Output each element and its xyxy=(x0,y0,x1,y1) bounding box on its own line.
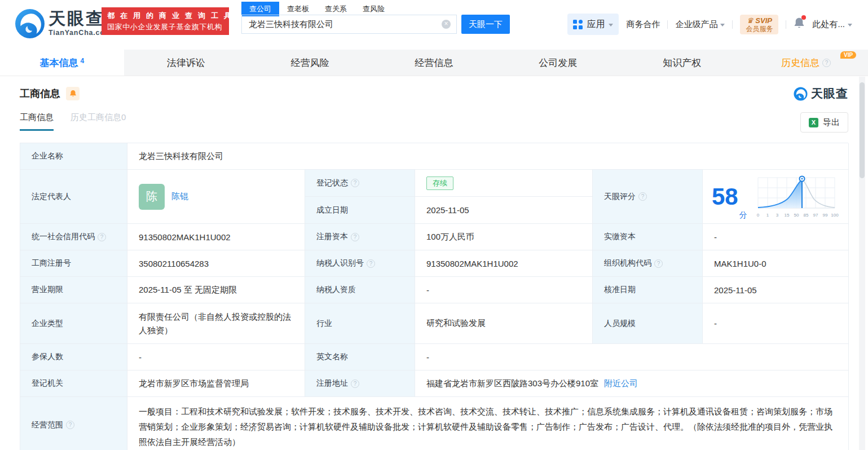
company-nav-tabs: 基本信息 4 法律诉讼 经营风险 经营信息 公司发展 知识产权 VIP 历史信息… xyxy=(0,50,868,76)
subscribe-bell-icon[interactable] xyxy=(66,87,80,100)
page: 天眼查 TianYanCha.com 都 在 用 的 商 业 查 询 工 具 国… xyxy=(0,0,868,450)
search-clear-icon[interactable]: × xyxy=(442,20,451,29)
field-label-company-name: 企业名称 xyxy=(20,143,127,170)
help-icon[interactable]: ? xyxy=(822,59,831,67)
field-value-insured-count: - xyxy=(127,344,305,370)
help-icon[interactable]: ? xyxy=(66,421,74,429)
chevron-down-icon xyxy=(609,24,613,27)
divider xyxy=(732,20,733,29)
score-curve xyxy=(754,174,839,213)
field-label-legal-rep: 法定代表人 xyxy=(20,170,127,224)
field-label-reg-capital: 注册资本? xyxy=(305,224,415,250)
help-icon[interactable]: ? xyxy=(98,233,106,241)
apps-grid-icon xyxy=(573,20,583,29)
user-menu-label: 此处有... xyxy=(812,19,845,30)
field-label-taxpayer-id: 纳税人识别号? xyxy=(305,250,415,277)
field-label-business-term: 营业期限 xyxy=(20,277,127,303)
help-icon[interactable]: ? xyxy=(351,179,359,187)
score-number: 58 xyxy=(712,185,738,209)
help-icon[interactable]: ? xyxy=(351,380,359,388)
field-label-industry: 行业 xyxy=(305,303,415,344)
promo-line1: 都 在 用 的 商 业 查 询 工 具 xyxy=(107,10,223,21)
field-label-paid-capital: 实缴资本 xyxy=(593,224,703,250)
field-value-paid-capital: - xyxy=(703,224,849,250)
section-header: 工商信息 天眼查 xyxy=(20,85,848,102)
tab-operation-risk[interactable]: 经营风险 xyxy=(248,50,372,76)
field-label-reg-number: 工商注册号 xyxy=(20,250,127,277)
tab-legal-proceedings[interactable]: 法律诉讼 xyxy=(124,50,248,76)
subtab-business-info[interactable]: 工商信息 xyxy=(20,112,54,131)
field-value-industry: 研究和试验发展 xyxy=(415,303,593,344)
field-value-company-name: 龙岩三快科技有限公司 xyxy=(127,143,849,170)
field-value-reg-number: 350802110654283 xyxy=(127,250,305,277)
field-label-business-scope: 经营范围? xyxy=(20,397,127,450)
divider xyxy=(786,20,786,29)
apps-label: 应用 xyxy=(587,19,605,30)
chevron-down-icon xyxy=(720,24,725,27)
business-info-table: 企业名称 龙岩三快科技有限公司 法定代表人 陈 陈锟 登记状态? 存续 天眼评分… xyxy=(20,143,848,450)
section-title: 工商信息 xyxy=(20,87,60,100)
field-label-credit-code: 统一社会信用代码? xyxy=(20,224,127,250)
field-value-reg-authority: 龙岩市新罗区市场监督管理局 xyxy=(127,370,305,397)
field-value-reg-status: 存续 xyxy=(415,170,593,197)
scrollbar-thumb[interactable] xyxy=(860,82,865,178)
help-icon[interactable]: ? xyxy=(367,259,375,268)
business-coop-link[interactable]: 商务合作 xyxy=(626,19,660,30)
tab-basic-info[interactable]: 基本信息 4 xyxy=(0,50,124,76)
vip-badge: VIP xyxy=(840,51,856,59)
field-value-business-term: 2025-11-05 至 无固定期限 xyxy=(127,277,305,303)
svip-service-label: 会员服务 xyxy=(746,25,773,33)
scrollbar[interactable] xyxy=(859,77,865,450)
nearby-companies-link[interactable]: 附近公司 xyxy=(604,378,638,389)
tab-label: 历史信息 xyxy=(781,56,819,69)
field-value-establish-date: 2025-11-05 xyxy=(415,197,593,224)
status-badge: 存续 xyxy=(426,177,453,190)
legal-rep-avatar[interactable]: 陈 xyxy=(139,184,165,210)
score-distribution-chart: 0131550859799100 xyxy=(754,174,839,219)
enterprise-products-link[interactable]: 企业级产品 xyxy=(675,19,725,30)
search-button[interactable]: 天眼一下 xyxy=(461,15,510,34)
apps-button[interactable]: 应用 xyxy=(567,14,619,35)
field-label-reg-address: 注册地址? xyxy=(305,370,415,397)
divider xyxy=(667,20,668,29)
help-icon[interactable]: ? xyxy=(351,233,359,241)
tab-count: 4 xyxy=(81,57,85,65)
field-value-score: 58 分 xyxy=(703,170,849,224)
tianyancha-logo-icon xyxy=(794,87,808,101)
score-unit: 分 xyxy=(739,210,747,220)
notification-bell-icon[interactable] xyxy=(794,17,805,32)
tab-intellectual-property[interactable]: 知识产权 xyxy=(620,50,744,76)
field-label-staff-size: 人员规模 xyxy=(593,303,703,344)
field-value-business-scope: 一般项目：工程和技术研究和试验发展；软件开发；技术服务、技术开发、技术咨询、技术… xyxy=(127,397,849,450)
promo-banner: 都 在 用 的 商 业 查 询 工 具 国家中小企业发展子基金旗下机构 xyxy=(102,7,229,35)
chevron-down-icon xyxy=(848,24,852,27)
tianyancha-logo-icon[interactable] xyxy=(15,8,45,39)
export-button[interactable]: X 导出 xyxy=(800,112,848,133)
field-value-taxpayer-id: 91350802MAK1H1U002 xyxy=(415,250,593,277)
notification-dot xyxy=(801,15,806,20)
help-icon[interactable]: ? xyxy=(654,259,663,268)
field-value-english-name: - xyxy=(415,344,849,370)
field-value-staff-size: - xyxy=(703,303,849,344)
search-input[interactable] xyxy=(249,20,442,29)
svip-membership-button[interactable]: ♛ SVIP 会员服务 xyxy=(740,15,778,34)
tab-company-development[interactable]: 公司发展 xyxy=(496,50,620,76)
field-label-company-type: 企业类型 xyxy=(20,303,127,344)
tab-operation-info[interactable]: 经营信息 xyxy=(372,50,496,76)
help-icon[interactable]: ? xyxy=(638,192,647,201)
field-value-approval-date: 2025-11-05 xyxy=(703,277,849,303)
legal-rep-name-link[interactable]: 陈锟 xyxy=(171,191,188,202)
user-menu[interactable]: 此处有... xyxy=(812,19,852,30)
field-label-approval-date: 核准日期 xyxy=(593,277,703,303)
tab-history-info[interactable]: VIP 历史信息 ? xyxy=(744,50,868,76)
watermark-brand-text: 天眼查 xyxy=(811,86,848,102)
score-axis-labels: 0131550859799100 xyxy=(754,213,839,219)
main-content: 工商信息 天眼查 工商信息 历史工商信息0 X 导出 xyxy=(0,77,868,450)
field-label-reg-status: 登记状态? xyxy=(305,170,415,197)
field-label-org-code: 组织机构代码? xyxy=(593,250,703,277)
excel-icon: X xyxy=(809,118,818,127)
subtab-row: 工商信息 历史工商信息0 X 导出 xyxy=(20,112,848,135)
subtab-history-business-info[interactable]: 历史工商信息0 xyxy=(71,112,126,129)
field-label-english-name: 英文名称 xyxy=(305,344,415,370)
field-value-taxpayer-quality: - xyxy=(415,277,593,303)
